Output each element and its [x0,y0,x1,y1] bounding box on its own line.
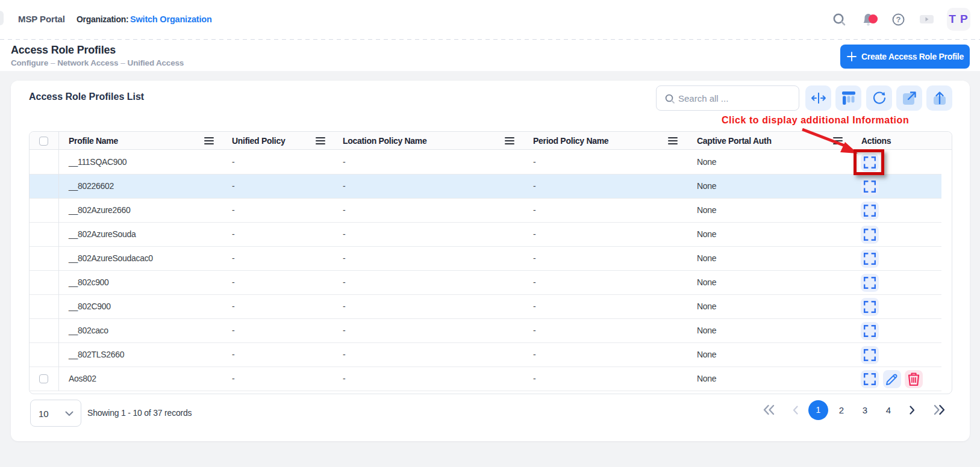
svg-text:?: ? [896,15,901,24]
